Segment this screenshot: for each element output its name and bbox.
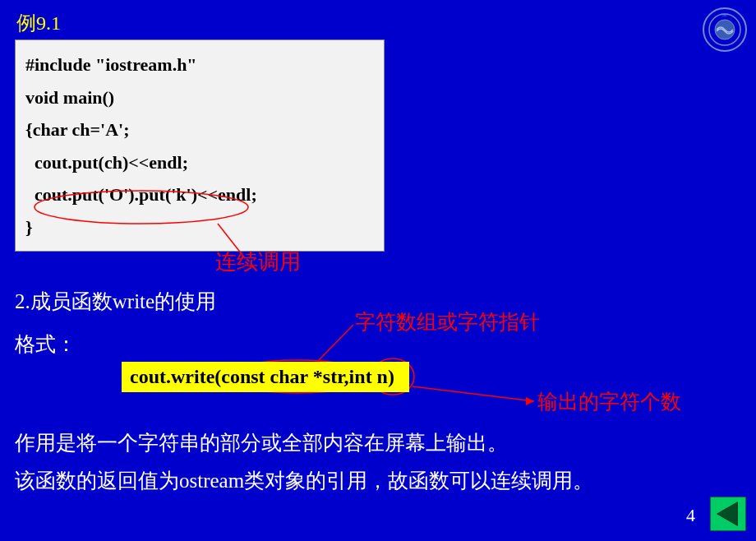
university-logo: 1907 — [702, 7, 748, 53]
section-heading-write: 2.成员函数write的使用 — [15, 288, 216, 315]
svg-text:1907: 1907 — [721, 13, 728, 17]
slide-title: 例9.1 — [16, 10, 61, 36]
svg-line-9 — [413, 386, 534, 401]
triangle-left-icon — [711, 497, 745, 530]
code-line: cout.put('O').put('k')<<endl; — [25, 178, 374, 211]
code-line: #include "iostream.h" — [25, 49, 374, 81]
description-line-1: 作用是将一个字符串的部分或全部内容在屏幕上输出。 — [15, 429, 508, 456]
description-line-2: 该函数的返回值为ostream类对象的引用，故函数可以连续调用。 — [15, 467, 593, 494]
code-line: cout.put(ch)<<endl; — [25, 146, 374, 179]
svg-marker-11 — [717, 502, 738, 526]
code-example-box: #include "iostream.h" void main() {char … — [15, 39, 385, 252]
page-number: 4 — [686, 505, 695, 526]
code-line: void main() — [25, 81, 374, 114]
write-syntax-highlight: cout.write(const char *str,int n) — [122, 362, 409, 392]
svg-marker-10 — [526, 397, 534, 405]
format-label: 格式： — [15, 331, 76, 358]
annotation-char-pointer: 字符数组或字符指针 — [355, 308, 540, 335]
code-line: } — [25, 211, 374, 244]
prev-button[interactable] — [710, 497, 746, 531]
chaining-annotation: 连续调用 — [215, 247, 301, 276]
code-line: {char ch='A'; — [25, 113, 374, 146]
svg-line-7 — [319, 325, 353, 360]
annotation-char-count: 输出的字符个数 — [537, 388, 681, 415]
